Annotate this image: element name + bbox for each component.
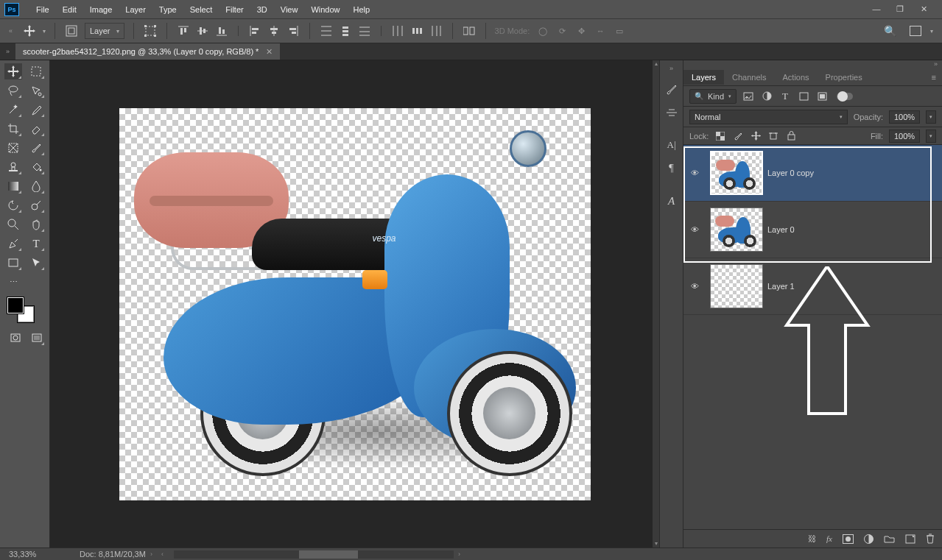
- menu-filter[interactable]: Filter: [219, 2, 250, 17]
- layer-effects-icon[interactable]: fx: [826, 534, 832, 543]
- tool-quickmask[interactable]: [7, 330, 24, 346]
- expand-panels-icon[interactable]: »: [0, 48, 15, 55]
- auto-align-icon[interactable]: [462, 24, 477, 38]
- menu-layer[interactable]: Layer: [119, 2, 152, 17]
- align-bottom-icon[interactable]: [214, 24, 229, 38]
- minimize-icon[interactable]: —: [871, 4, 882, 14]
- close-icon[interactable]: ✕: [918, 4, 929, 14]
- menu-help[interactable]: Help: [347, 2, 377, 17]
- filter-adjust-icon[interactable]: [760, 91, 773, 102]
- opacity-spin-icon[interactable]: ▾: [926, 110, 936, 124]
- layer-thumbnail[interactable]: [710, 208, 763, 252]
- tool-stamp[interactable]: [4, 159, 22, 175]
- align-hcenter-icon[interactable]: [267, 24, 281, 38]
- canvas-area[interactable]: vespa ▴▾: [50, 60, 659, 547]
- 3d-orbit-icon[interactable]: ◯: [535, 24, 550, 38]
- panel-menu-icon[interactable]: ≡: [932, 73, 942, 82]
- tool-eyedropper[interactable]: [27, 102, 45, 118]
- 3d-roll-icon[interactable]: ⟳: [555, 24, 569, 38]
- tool-screenmode[interactable]: [29, 330, 46, 346]
- filter-toggle[interactable]: [837, 93, 853, 100]
- dist-vcenter-icon[interactable]: [338, 24, 353, 38]
- new-group-icon[interactable]: [884, 534, 895, 543]
- tool-blur[interactable]: [27, 178, 45, 194]
- dist-left-icon[interactable]: [390, 24, 405, 38]
- blend-mode-dropdown[interactable]: Normal ▾: [689, 110, 848, 124]
- scroll-right-icon[interactable]: ›: [454, 550, 465, 558]
- collapse-right-icon[interactable]: »: [669, 65, 673, 72]
- dist-top-icon[interactable]: [319, 24, 334, 38]
- document-close-icon[interactable]: ✕: [266, 47, 273, 57]
- 3d-slide-icon[interactable]: ↔: [593, 24, 608, 38]
- fill-field[interactable]: 100%: [889, 130, 920, 143]
- scroll-left-icon[interactable]: ‹: [157, 550, 168, 558]
- tool-shape[interactable]: [4, 255, 22, 271]
- lock-artboard-icon[interactable]: [767, 132, 779, 141]
- paragraph-panel-icon[interactable]: ¶: [662, 159, 681, 178]
- tab-layers[interactable]: Layers: [683, 70, 724, 85]
- collapse-options-icon[interactable]: «: [9, 27, 16, 35]
- layer-thumbnail[interactable]: [710, 151, 763, 195]
- menu-view[interactable]: View: [274, 2, 305, 17]
- tool-marquee[interactable]: [27, 63, 45, 79]
- visibility-icon[interactable]: 👁: [683, 225, 706, 234]
- tool-edit-toolbar[interactable]: ⋯: [4, 274, 22, 290]
- tool-pen[interactable]: [4, 235, 22, 252]
- tool-wand[interactable]: [4, 102, 22, 118]
- layer-name[interactable]: Layer 0: [767, 225, 795, 234]
- menu-file[interactable]: File: [29, 2, 56, 17]
- canvas-scrollbar-horizontal[interactable]: [174, 550, 454, 559]
- opacity-field[interactable]: 100%: [889, 110, 920, 124]
- dist-hcenter-icon[interactable]: [410, 24, 424, 38]
- menu-window[interactable]: Window: [304, 2, 346, 17]
- align-right-icon[interactable]: [286, 24, 300, 38]
- lock-position-icon[interactable]: [750, 131, 762, 141]
- lock-transparency-icon[interactable]: [714, 132, 726, 141]
- visibility-icon[interactable]: 👁: [683, 282, 706, 291]
- tool-path-select[interactable]: [27, 255, 45, 271]
- link-layers-icon[interactable]: ⛓: [808, 534, 816, 543]
- tool-frame[interactable]: [4, 140, 22, 156]
- lock-all-icon[interactable]: [785, 131, 797, 141]
- zoom-field[interactable]: 33,33%: [0, 550, 52, 559]
- tool-eraser[interactable]: [27, 121, 45, 137]
- menu-select[interactable]: Select: [183, 2, 219, 17]
- menu-image[interactable]: Image: [83, 2, 119, 17]
- align-vcenter-icon[interactable]: [195, 24, 210, 38]
- transform-controls-icon[interactable]: [143, 24, 158, 38]
- collapse-dock-icon[interactable]: »: [683, 60, 942, 69]
- canvas-scrollbar-vertical[interactable]: ▴▾: [653, 60, 659, 547]
- adjustment-layer-icon[interactable]: [864, 534, 874, 544]
- document-tab[interactable]: scooter-g2bae54312_1920.png @ 33,3% (Lay…: [15, 43, 280, 60]
- glyphs-panel-icon[interactable]: A: [662, 191, 681, 210]
- filter-type-icon[interactable]: T: [778, 91, 792, 102]
- maximize-icon[interactable]: ❐: [895, 4, 905, 14]
- doc-info[interactable]: Doc: 8,81M/20,3M: [52, 550, 146, 559]
- filter-shape-icon[interactable]: [797, 91, 810, 102]
- visibility-icon[interactable]: 👁: [683, 169, 706, 177]
- auto-select-target[interactable]: Layer ▾: [85, 23, 124, 39]
- layer-row[interactable]: 👁 Layer 1: [683, 258, 942, 315]
- dist-bottom-icon[interactable]: [357, 24, 372, 38]
- tool-brush[interactable]: [27, 140, 45, 156]
- menu-edit[interactable]: Edit: [56, 2, 83, 17]
- filter-smart-icon[interactable]: [815, 91, 829, 102]
- 3d-pan-icon[interactable]: ✥: [574, 24, 588, 38]
- menu-3d[interactable]: 3D: [250, 2, 274, 17]
- tab-channels[interactable]: Channels: [724, 70, 774, 85]
- tool-crop[interactable]: [4, 121, 22, 137]
- workspace-switcher-icon[interactable]: [910, 26, 921, 36]
- tab-actions[interactable]: Actions: [775, 70, 818, 85]
- auto-select-icon[interactable]: [64, 24, 79, 38]
- tool-dodge[interactable]: [27, 197, 45, 213]
- layer-name[interactable]: Layer 1: [767, 282, 795, 291]
- tool-bucket[interactable]: [27, 159, 45, 175]
- add-mask-icon[interactable]: [843, 534, 854, 544]
- align-left-icon[interactable]: [247, 24, 262, 38]
- tool-history-brush[interactable]: [4, 197, 22, 213]
- doc-info-chevron-icon[interactable]: ›: [146, 550, 157, 558]
- color-swatches[interactable]: [4, 297, 45, 319]
- lock-pixels-icon[interactable]: [732, 131, 744, 141]
- character-panel-icon[interactable]: A|: [662, 135, 681, 155]
- layer-row[interactable]: 👁 Layer 0: [683, 202, 942, 258]
